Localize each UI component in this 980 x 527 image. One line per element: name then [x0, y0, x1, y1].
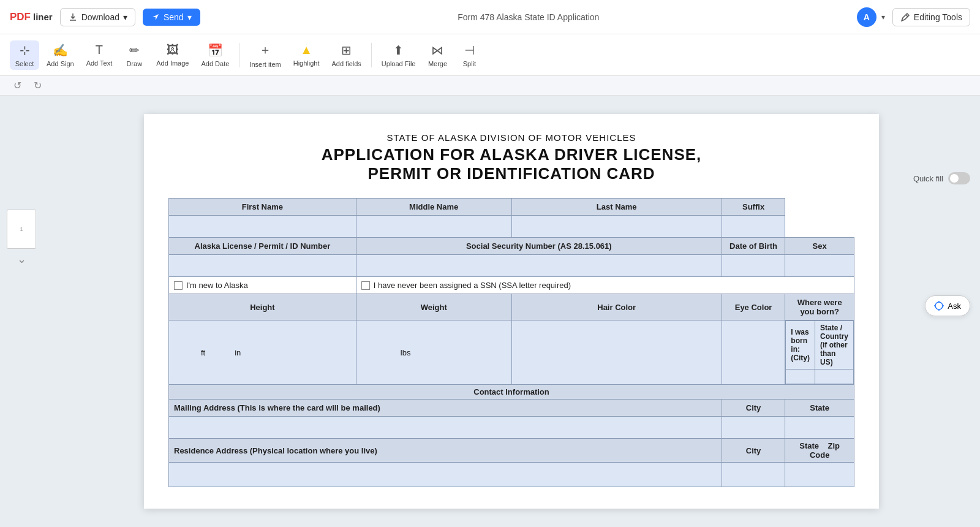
- ask-ai-button[interactable]: Ask: [925, 295, 970, 316]
- sidebar-page-thumb[interactable]: 1: [7, 210, 36, 249]
- weight-cell[interactable]: lbs: [356, 320, 511, 385]
- residence-city-input[interactable]: [727, 470, 780, 479]
- residence-city-header: City: [722, 439, 785, 463]
- toolbar-insert-item[interactable]: ＋ Insert item: [244, 39, 285, 70]
- mailing-address-cell[interactable]: [169, 417, 722, 439]
- toolbar-merge[interactable]: ⋈ Merge: [423, 40, 452, 70]
- toolbar-add-image[interactable]: 🖼 Add Image: [151, 40, 194, 69]
- born-state-input[interactable]: [818, 372, 851, 381]
- residence-address-cell[interactable]: [169, 463, 722, 487]
- send-button[interactable]: Send ▾: [143, 9, 200, 26]
- suffix-header: Suffix: [722, 199, 785, 216]
- new-alaska-label[interactable]: I'm new to Alaska: [174, 281, 351, 290]
- toolbar-add-fields[interactable]: ⊞ Add fields: [327, 40, 366, 70]
- insert-item-icon: ＋: [259, 42, 271, 58]
- middle-name-cell[interactable]: [356, 216, 511, 238]
- toolbar-sep-1: [239, 43, 239, 67]
- editing-tools-button[interactable]: Editing Tools: [892, 8, 970, 26]
- born-city-input[interactable]: [788, 372, 812, 381]
- eye-input[interactable]: [727, 348, 780, 357]
- new-alaska-checkbox[interactable]: [174, 281, 183, 290]
- height-in-input[interactable]: [208, 348, 232, 357]
- residence-state-zip-input[interactable]: [790, 470, 849, 479]
- residence-address-input[interactable]: [174, 470, 717, 479]
- doc-header: STATE OF ALASKA DIVISION OF MOTOR VEHICL…: [168, 132, 854, 183]
- license-cell[interactable]: [169, 255, 356, 277]
- select-label: Select: [15, 60, 34, 67]
- suffix-input[interactable]: [727, 222, 780, 231]
- sex-input[interactable]: [790, 261, 849, 270]
- ssn-input[interactable]: [361, 261, 717, 270]
- no-ssn-label[interactable]: I have never been assigned a SSN (SSA le…: [361, 281, 849, 290]
- height-ft-input[interactable]: [174, 348, 198, 357]
- add-date-icon: 📅: [208, 43, 223, 58]
- born-city-cell[interactable]: [786, 370, 815, 384]
- mailing-state-zip-input[interactable]: [790, 423, 849, 432]
- quick-fill-area: Quick fill: [913, 172, 970, 184]
- mailing-address-input[interactable]: [174, 423, 717, 432]
- editing-tools-icon: [900, 12, 910, 22]
- add-fields-icon: ⊞: [341, 43, 352, 58]
- first-name-input[interactable]: [174, 222, 351, 231]
- user-avatar[interactable]: A: [857, 7, 876, 27]
- residence-city-cell[interactable]: [722, 463, 785, 487]
- download-label: Download: [81, 12, 119, 22]
- ask-ai-label: Ask: [948, 301, 961, 311]
- dob-cell[interactable]: [722, 255, 785, 277]
- weight-header: Weight: [356, 294, 511, 320]
- id-header-row: Alaska License / Permit / ID Number Soci…: [169, 238, 854, 255]
- mailing-field-row: [169, 417, 854, 439]
- toolbar-add-sign[interactable]: ✍ Add Sign: [42, 40, 79, 70]
- weight-input[interactable]: [361, 348, 398, 357]
- add-image-icon: 🖼: [167, 43, 179, 57]
- sex-cell[interactable]: [785, 255, 854, 277]
- mailing-city-cell[interactable]: [722, 417, 785, 439]
- born-cell: I was born in: (City) State / Country (i…: [785, 320, 854, 385]
- dob-input[interactable]: [727, 261, 780, 270]
- toolbar-upload-file[interactable]: ⬆ Upload File: [377, 40, 421, 70]
- contact-header: Contact Information: [169, 385, 854, 400]
- contact-header-row: Contact Information: [169, 385, 854, 400]
- toolbar-highlight[interactable]: ▲ Highlight: [288, 40, 325, 69]
- dob-header: Date of Birth: [722, 238, 785, 255]
- toolbar-split[interactable]: ⊣ Split: [454, 40, 484, 70]
- height-header: Height: [169, 294, 356, 320]
- quick-fill-toggle[interactable]: [948, 172, 970, 184]
- residence-state-zip-cell[interactable]: [785, 463, 854, 487]
- ssn-cell[interactable]: [356, 255, 722, 277]
- height-in-label: in: [235, 348, 241, 357]
- toolbar-select[interactable]: ⊹ Select: [10, 40, 39, 70]
- add-fields-label: Add fields: [332, 60, 361, 67]
- no-ssn-cell: I have never been assigned a SSN (SSA le…: [356, 277, 854, 294]
- middle-name-input[interactable]: [361, 222, 507, 231]
- mailing-state-zip-cell[interactable]: [785, 417, 854, 439]
- undo-button[interactable]: ↺: [10, 78, 25, 93]
- last-name-input[interactable]: [517, 222, 717, 231]
- user-chevron[interactable]: ▾: [881, 13, 885, 21]
- toolbar-add-date[interactable]: 📅 Add Date: [196, 40, 234, 70]
- no-ssn-checkbox[interactable]: [361, 281, 370, 290]
- toolbar-draw[interactable]: ✏ Draw: [119, 40, 149, 70]
- document-wrapper: STATE OF ALASKA DIVISION OF MOTOR VEHICL…: [144, 114, 879, 509]
- sidebar-scroll-down[interactable]: ⌄: [16, 251, 28, 267]
- undo-bar: ↺ ↻ Quick fill: [0, 76, 980, 96]
- mailing-header-row: Mailing Address (This is where the card …: [169, 400, 854, 417]
- ssn-header: Social Security Number (AS 28.15.061): [356, 238, 722, 255]
- insert-item-label: Insert item: [249, 61, 281, 68]
- born-header: Where were you born?: [785, 294, 854, 320]
- last-name-cell[interactable]: [511, 216, 722, 238]
- first-name-cell[interactable]: [169, 216, 356, 238]
- hair-input[interactable]: [517, 348, 717, 357]
- license-header: Alaska License / Permit / ID Number: [169, 238, 356, 255]
- redo-button[interactable]: ↻: [30, 78, 45, 93]
- mailing-city-input[interactable]: [727, 423, 780, 432]
- download-button[interactable]: Download ▾: [60, 8, 135, 26]
- eye-cell[interactable]: [722, 320, 785, 385]
- license-input[interactable]: [174, 261, 351, 270]
- form-title: Form 478 Alaska State ID Application: [208, 12, 850, 22]
- born-state-cell[interactable]: [815, 370, 854, 384]
- toolbar-add-text[interactable]: T Add Text: [81, 40, 118, 69]
- suffix-cell[interactable]: [722, 216, 785, 238]
- split-label: Split: [463, 60, 476, 67]
- hair-cell[interactable]: [511, 320, 722, 385]
